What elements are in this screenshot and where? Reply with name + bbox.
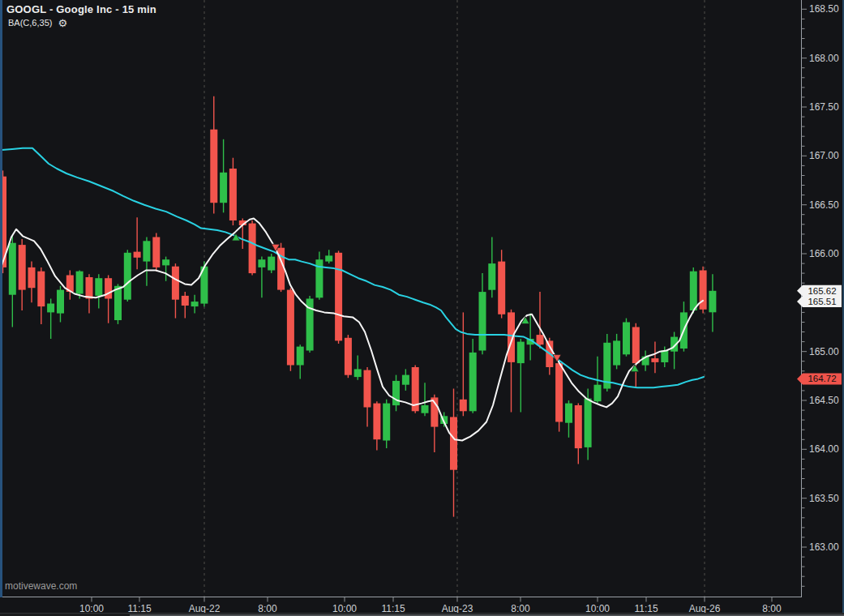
candle-body [76, 272, 84, 294]
candle-body [258, 259, 265, 267]
candle-body [249, 224, 256, 274]
price-axis-label: 167.00 [809, 150, 839, 161]
candle-body [297, 347, 304, 366]
candle-body [114, 286, 122, 320]
chart-title: GOOGL - Google Inc - 15 min [6, 3, 156, 15]
candle-body [335, 253, 342, 341]
candle-body [124, 253, 131, 300]
candle-body [709, 291, 716, 313]
candle-body [373, 404, 380, 440]
ba-fast-line [2, 219, 703, 441]
candle-body [37, 272, 45, 306]
candle-body [585, 399, 592, 447]
price-axis-label: 166.00 [809, 248, 839, 259]
candle-body [383, 404, 390, 441]
candle-body [690, 272, 697, 310]
candle-body [210, 130, 217, 203]
candle-body [143, 241, 150, 261]
candle-body [594, 385, 602, 402]
candle-body [172, 267, 179, 300]
candle-body [19, 245, 26, 290]
price-axis-label: 168.50 [809, 3, 839, 15]
candle-body [450, 417, 457, 470]
price-axis-label: 167.50 [809, 101, 839, 113]
candle-body [47, 304, 54, 313]
candle-body [364, 370, 371, 408]
candle-body [57, 290, 64, 314]
candle-body [460, 400, 467, 412]
candle-body [498, 262, 505, 314]
candle-body [613, 340, 620, 365]
candle-body [555, 363, 563, 421]
ba-slow-line [2, 148, 704, 388]
price-axis-label: 164.50 [809, 395, 839, 406]
session-gridlines [204, 0, 705, 597]
chart-header: GOOGL - Google Inc - 15 min BA(C,6,35) ⚙ [6, 3, 156, 28]
price-tag-label: 165.51 [808, 297, 836, 306]
candle-body [95, 278, 102, 296]
indicator-settings-gear-icon[interactable]: ⚙ [58, 19, 67, 28]
candle-body [345, 338, 352, 375]
candle-body [287, 290, 294, 366]
candle-body [488, 263, 495, 290]
candle-body [469, 353, 477, 411]
candle-body [517, 342, 525, 364]
price-tags: 165.62165.51164.72 [797, 285, 842, 385]
candle-body [105, 278, 112, 298]
price-axis-label: 164.00 [809, 443, 839, 455]
candle-body [537, 335, 544, 344]
price-axis-label: 163.50 [809, 493, 839, 504]
candle-body [392, 381, 400, 405]
price-tag-label: 165.62 [808, 286, 836, 296]
candle-body [623, 323, 630, 355]
candle-body [632, 327, 640, 364]
candle-body [162, 259, 169, 265]
horizontal-scrollbar-track[interactable] [0, 613, 844, 616]
price-tag-label: 164.72 [808, 374, 836, 383]
candle-body [28, 267, 36, 288]
candle-body [268, 257, 275, 271]
price-axis-label: 163.00 [809, 541, 839, 553]
candle-body [508, 312, 515, 362]
price-axis-label: 165.00 [809, 346, 839, 357]
candles [0, 96, 716, 517]
candle-body [651, 358, 658, 362]
candle-body [354, 369, 362, 377]
time-axis[interactable]: 10:0011:15Aug-228:0010:0011:15Aug-238:00… [79, 597, 782, 614]
candle-body [402, 375, 409, 385]
candle-body [700, 271, 707, 310]
motivewave-watermark: motivewave.com [5, 580, 77, 592]
candle-body [191, 302, 199, 306]
candle-body [9, 243, 16, 295]
candle-body [422, 405, 429, 413]
candle-body [134, 252, 141, 258]
candle-body [565, 404, 572, 423]
candle-body [152, 237, 160, 267]
candle-body [479, 292, 486, 350]
indicator-label: BA(C,6,35) [8, 18, 52, 28]
candle-body [229, 169, 237, 220]
indicator-row: BA(C,6,35) ⚙ [8, 18, 156, 28]
candle-body [182, 296, 189, 306]
candle-body [86, 277, 93, 299]
candle-body [220, 173, 227, 203]
panel-left-border [0, 0, 2, 597]
candle-body [575, 405, 582, 448]
price-axis-label: 168.00 [809, 53, 839, 64]
candle-body [325, 255, 332, 261]
price-axis-label: 166.50 [809, 199, 839, 211]
price-chart-canvas[interactable]: 168.50168.00167.50167.00166.50166.00165.… [0, 0, 844, 616]
motivewave-chart-window: 168.50168.00167.50167.00166.50166.00165.… [0, 0, 844, 616]
candle-body [661, 351, 668, 363]
